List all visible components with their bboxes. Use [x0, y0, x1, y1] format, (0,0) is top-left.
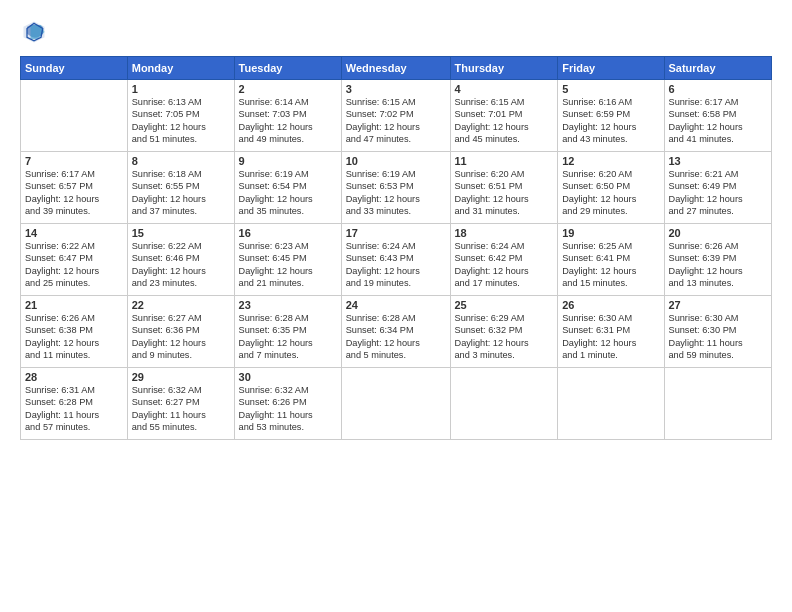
day-info: Sunrise: 6:26 AMSunset: 6:39 PMDaylight:… [669, 240, 768, 290]
day-info: Sunrise: 6:25 AMSunset: 6:41 PMDaylight:… [562, 240, 659, 290]
day-number: 8 [132, 155, 230, 167]
day-info: Sunrise: 6:14 AMSunset: 7:03 PMDaylight:… [239, 96, 337, 146]
calendar-cell: 27Sunrise: 6:30 AMSunset: 6:30 PMDayligh… [664, 296, 772, 368]
day-info: Sunrise: 6:13 AMSunset: 7:05 PMDaylight:… [132, 96, 230, 146]
calendar-cell: 22Sunrise: 6:27 AMSunset: 6:36 PMDayligh… [127, 296, 234, 368]
calendar-cell: 21Sunrise: 6:26 AMSunset: 6:38 PMDayligh… [21, 296, 128, 368]
day-number: 16 [239, 227, 337, 239]
day-number: 15 [132, 227, 230, 239]
day-info: Sunrise: 6:16 AMSunset: 6:59 PMDaylight:… [562, 96, 659, 146]
calendar-cell: 5Sunrise: 6:16 AMSunset: 6:59 PMDaylight… [558, 80, 664, 152]
day-info: Sunrise: 6:21 AMSunset: 6:49 PMDaylight:… [669, 168, 768, 218]
calendar-cell: 10Sunrise: 6:19 AMSunset: 6:53 PMDayligh… [341, 152, 450, 224]
calendar-cell: 13Sunrise: 6:21 AMSunset: 6:49 PMDayligh… [664, 152, 772, 224]
day-number: 6 [669, 83, 768, 95]
day-number: 21 [25, 299, 123, 311]
day-info: Sunrise: 6:30 AMSunset: 6:30 PMDaylight:… [669, 312, 768, 362]
calendar-cell: 25Sunrise: 6:29 AMSunset: 6:32 PMDayligh… [450, 296, 558, 368]
calendar-cell: 8Sunrise: 6:18 AMSunset: 6:55 PMDaylight… [127, 152, 234, 224]
calendar-cell: 26Sunrise: 6:30 AMSunset: 6:31 PMDayligh… [558, 296, 664, 368]
calendar-week-1: 1Sunrise: 6:13 AMSunset: 7:05 PMDaylight… [21, 80, 772, 152]
day-info: Sunrise: 6:32 AMSunset: 6:27 PMDaylight:… [132, 384, 230, 434]
calendar-week-4: 21Sunrise: 6:26 AMSunset: 6:38 PMDayligh… [21, 296, 772, 368]
calendar-cell [21, 80, 128, 152]
calendar-cell: 11Sunrise: 6:20 AMSunset: 6:51 PMDayligh… [450, 152, 558, 224]
day-info: Sunrise: 6:22 AMSunset: 6:47 PMDaylight:… [25, 240, 123, 290]
calendar-cell: 15Sunrise: 6:22 AMSunset: 6:46 PMDayligh… [127, 224, 234, 296]
day-number: 27 [669, 299, 768, 311]
day-info: Sunrise: 6:29 AMSunset: 6:32 PMDaylight:… [455, 312, 554, 362]
day-number: 20 [669, 227, 768, 239]
day-info: Sunrise: 6:15 AMSunset: 7:01 PMDaylight:… [455, 96, 554, 146]
calendar-cell: 14Sunrise: 6:22 AMSunset: 6:47 PMDayligh… [21, 224, 128, 296]
day-of-week-saturday: Saturday [664, 57, 772, 80]
days-of-week-row: SundayMondayTuesdayWednesdayThursdayFrid… [21, 57, 772, 80]
calendar-cell: 6Sunrise: 6:17 AMSunset: 6:58 PMDaylight… [664, 80, 772, 152]
day-number: 26 [562, 299, 659, 311]
day-info: Sunrise: 6:17 AMSunset: 6:57 PMDaylight:… [25, 168, 123, 218]
day-number: 4 [455, 83, 554, 95]
day-info: Sunrise: 6:30 AMSunset: 6:31 PMDaylight:… [562, 312, 659, 362]
day-info: Sunrise: 6:18 AMSunset: 6:55 PMDaylight:… [132, 168, 230, 218]
day-info: Sunrise: 6:32 AMSunset: 6:26 PMDaylight:… [239, 384, 337, 434]
calendar-cell: 2Sunrise: 6:14 AMSunset: 7:03 PMDaylight… [234, 80, 341, 152]
day-number: 3 [346, 83, 446, 95]
calendar-cell: 3Sunrise: 6:15 AMSunset: 7:02 PMDaylight… [341, 80, 450, 152]
calendar-cell [558, 368, 664, 440]
day-number: 29 [132, 371, 230, 383]
day-number: 18 [455, 227, 554, 239]
day-info: Sunrise: 6:17 AMSunset: 6:58 PMDaylight:… [669, 96, 768, 146]
calendar-cell: 30Sunrise: 6:32 AMSunset: 6:26 PMDayligh… [234, 368, 341, 440]
day-number: 23 [239, 299, 337, 311]
day-info: Sunrise: 6:28 AMSunset: 6:34 PMDaylight:… [346, 312, 446, 362]
calendar-cell: 1Sunrise: 6:13 AMSunset: 7:05 PMDaylight… [127, 80, 234, 152]
calendar-cell: 7Sunrise: 6:17 AMSunset: 6:57 PMDaylight… [21, 152, 128, 224]
day-of-week-thursday: Thursday [450, 57, 558, 80]
calendar-cell [341, 368, 450, 440]
page-header [20, 18, 772, 46]
day-number: 13 [669, 155, 768, 167]
day-number: 28 [25, 371, 123, 383]
calendar-table: SundayMondayTuesdayWednesdayThursdayFrid… [20, 56, 772, 440]
calendar-cell: 20Sunrise: 6:26 AMSunset: 6:39 PMDayligh… [664, 224, 772, 296]
calendar-cell: 28Sunrise: 6:31 AMSunset: 6:28 PMDayligh… [21, 368, 128, 440]
day-info: Sunrise: 6:23 AMSunset: 6:45 PMDaylight:… [239, 240, 337, 290]
logo [20, 18, 52, 46]
day-info: Sunrise: 6:28 AMSunset: 6:35 PMDaylight:… [239, 312, 337, 362]
day-number: 2 [239, 83, 337, 95]
day-of-week-sunday: Sunday [21, 57, 128, 80]
day-number: 9 [239, 155, 337, 167]
day-info: Sunrise: 6:31 AMSunset: 6:28 PMDaylight:… [25, 384, 123, 434]
day-of-week-friday: Friday [558, 57, 664, 80]
calendar-cell: 16Sunrise: 6:23 AMSunset: 6:45 PMDayligh… [234, 224, 341, 296]
calendar-cell: 23Sunrise: 6:28 AMSunset: 6:35 PMDayligh… [234, 296, 341, 368]
day-of-week-monday: Monday [127, 57, 234, 80]
day-number: 1 [132, 83, 230, 95]
day-number: 5 [562, 83, 659, 95]
calendar-cell: 18Sunrise: 6:24 AMSunset: 6:42 PMDayligh… [450, 224, 558, 296]
calendar-cell: 12Sunrise: 6:20 AMSunset: 6:50 PMDayligh… [558, 152, 664, 224]
logo-icon [20, 18, 48, 46]
calendar-cell: 19Sunrise: 6:25 AMSunset: 6:41 PMDayligh… [558, 224, 664, 296]
day-number: 24 [346, 299, 446, 311]
day-info: Sunrise: 6:24 AMSunset: 6:43 PMDaylight:… [346, 240, 446, 290]
calendar-week-3: 14Sunrise: 6:22 AMSunset: 6:47 PMDayligh… [21, 224, 772, 296]
day-info: Sunrise: 6:19 AMSunset: 6:53 PMDaylight:… [346, 168, 446, 218]
day-number: 30 [239, 371, 337, 383]
day-info: Sunrise: 6:20 AMSunset: 6:50 PMDaylight:… [562, 168, 659, 218]
day-info: Sunrise: 6:20 AMSunset: 6:51 PMDaylight:… [455, 168, 554, 218]
calendar-week-2: 7Sunrise: 6:17 AMSunset: 6:57 PMDaylight… [21, 152, 772, 224]
calendar-week-5: 28Sunrise: 6:31 AMSunset: 6:28 PMDayligh… [21, 368, 772, 440]
calendar-cell: 17Sunrise: 6:24 AMSunset: 6:43 PMDayligh… [341, 224, 450, 296]
day-number: 10 [346, 155, 446, 167]
day-info: Sunrise: 6:26 AMSunset: 6:38 PMDaylight:… [25, 312, 123, 362]
day-number: 14 [25, 227, 123, 239]
day-number: 19 [562, 227, 659, 239]
day-number: 22 [132, 299, 230, 311]
calendar-cell [664, 368, 772, 440]
day-info: Sunrise: 6:15 AMSunset: 7:02 PMDaylight:… [346, 96, 446, 146]
calendar-cell: 29Sunrise: 6:32 AMSunset: 6:27 PMDayligh… [127, 368, 234, 440]
day-number: 17 [346, 227, 446, 239]
calendar-cell: 9Sunrise: 6:19 AMSunset: 6:54 PMDaylight… [234, 152, 341, 224]
day-info: Sunrise: 6:24 AMSunset: 6:42 PMDaylight:… [455, 240, 554, 290]
